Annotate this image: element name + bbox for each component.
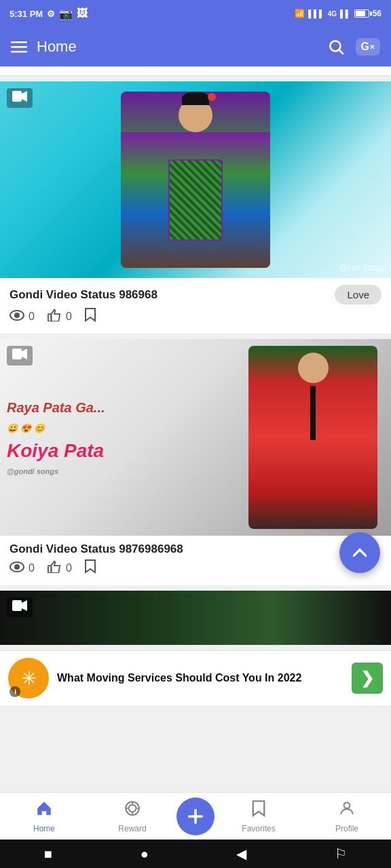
nav-home-label: Home (33, 824, 55, 833)
eye-icon (10, 309, 24, 324)
svg-rect-0 (11, 41, 27, 43)
nav-reward-label: Reward (118, 824, 146, 833)
app-icon-2: 🖼 (77, 7, 88, 20)
card2-text-overlay: Raya Pata Ga... 😀😍😊 Koiya Pata @gondi so… (7, 398, 105, 477)
video-card-1: @indi Status Gondi Video Status 986968 L… (0, 81, 391, 334)
card1-footer: 0 0 (0, 307, 391, 334)
card2-text-line1: Raya Pata Ga... (7, 398, 105, 417)
svg-rect-5 (12, 91, 22, 102)
home-icon (35, 800, 53, 822)
eye-icon-2 (10, 560, 24, 576)
svg-line-4 (339, 50, 343, 54)
svg-rect-1 (11, 46, 27, 48)
status-time: 5:31 PM (10, 9, 43, 19)
android-home-button[interactable]: ● (141, 846, 149, 862)
card1-views: 0 (10, 309, 35, 324)
battery-icon (354, 9, 369, 18)
card2-view-count: 0 (29, 562, 35, 574)
svg-point-3 (330, 41, 340, 51)
card2-likes: 0 (47, 559, 72, 576)
card2-text-line2: Koiya Pata (7, 437, 105, 464)
bookmark-icon (84, 307, 96, 326)
ad-info-badge: ℹ (10, 686, 20, 697)
ad-text: What Moving Services Should Cost You In … (57, 671, 343, 686)
android-square-button[interactable]: ■ (44, 846, 52, 862)
svg-point-18 (129, 804, 136, 812)
star-icon: ✳ (21, 667, 37, 690)
nav-add-button[interactable] (176, 797, 215, 835)
card2-footer: 0 0 (0, 559, 391, 585)
svg-rect-14 (48, 566, 52, 573)
card1-thumbnail[interactable]: @indi Status (0, 81, 391, 278)
svg-rect-10 (12, 349, 22, 359)
svg-rect-2 (11, 51, 27, 53)
ad-icon: ✳ ℹ (8, 658, 49, 698)
card1-like-count: 0 (66, 311, 72, 323)
menu-button[interactable] (11, 39, 27, 55)
svg-point-21 (344, 802, 350, 808)
card1-love-button[interactable]: Love (335, 285, 381, 304)
svg-point-8 (15, 313, 19, 317)
ad-arrow-button[interactable]: ❯ (352, 663, 383, 694)
card1-likes: 0 (47, 308, 72, 325)
signal-icon: ▌▌▌ (308, 9, 324, 18)
signal-icon-2: ▌▌ (340, 9, 351, 18)
svg-rect-15 (12, 600, 22, 611)
like-icon-2 (47, 559, 62, 576)
svg-marker-6 (22, 91, 27, 102)
card2-thumbnail[interactable]: Raya Pata Ga... 😀😍😊 Koiya Pata @gondi so… (0, 339, 391, 536)
search-button[interactable] (327, 38, 345, 56)
nav-reward[interactable]: Reward (88, 800, 176, 833)
settings-icon: ⚙ (47, 9, 55, 19)
card1-video-icon (7, 88, 33, 108)
android-accessibility-button[interactable]: ⚐ (335, 846, 347, 862)
card2-video-icon (7, 346, 33, 366)
video-card-2: Raya Pata Ga... 😀😍😊 Koiya Pata @gondi so… (0, 339, 391, 585)
top-bar-partial (0, 66, 391, 76)
card1-title: Gondi Video Status 986968 (10, 288, 335, 302)
lte-icon: 4G (328, 10, 337, 18)
nav-favorites[interactable]: Favorites (215, 800, 303, 833)
app-bar: Home G✕ (0, 27, 391, 66)
svg-marker-16 (22, 600, 27, 611)
card2-title: Gondi Video Status 9876986968 (10, 542, 381, 556)
card1-view-count: 0 (29, 311, 35, 323)
app-title: Home (37, 38, 318, 56)
svg-point-13 (15, 565, 19, 569)
scroll-top-fab[interactable] (339, 532, 380, 573)
android-back-button[interactable]: ◀ (236, 846, 246, 862)
ad-banner[interactable]: ✳ ℹ What Moving Services Should Cost You… (0, 650, 391, 705)
profile-icon (338, 800, 356, 822)
favorites-icon (250, 800, 267, 822)
nav-home[interactable]: Home (0, 800, 88, 833)
card2-views: 0 (10, 560, 35, 576)
translate-button[interactable]: G✕ (356, 38, 380, 56)
svg-marker-11 (22, 349, 27, 359)
content-area: @indi Status Gondi Video Status 986968 L… (0, 66, 391, 787)
android-nav-bar: ■ ● ◀ ⚐ (0, 840, 391, 868)
bookmark-icon-2 (84, 559, 96, 577)
nav-favorites-label: Favorites (242, 824, 275, 833)
bottom-nav: Home Reward Favorites (0, 792, 391, 840)
card2-like-count: 0 (66, 562, 72, 574)
card3-video-icon (7, 597, 33, 617)
chevron-right-icon: ❯ (360, 669, 374, 688)
like-icon (47, 308, 62, 325)
video-card-3-partial (0, 591, 391, 645)
app-icon-1: 📷 (59, 7, 73, 20)
nav-profile[interactable]: Profile (303, 800, 391, 833)
card2-bookmark[interactable] (84, 559, 96, 577)
battery-percent: 56 (373, 9, 381, 18)
card1-bookmark[interactable] (84, 307, 96, 326)
svg-rect-9 (48, 314, 52, 321)
reward-icon (124, 800, 141, 822)
card1-watermark: @indi Status (339, 263, 386, 273)
status-bar: 5:31 PM ⚙ 📷 🖼 📶 ▌▌▌ 4G ▌▌ 56 (0, 0, 391, 27)
nav-profile-label: Profile (335, 824, 358, 833)
wifi-icon: 📶 (295, 9, 305, 18)
